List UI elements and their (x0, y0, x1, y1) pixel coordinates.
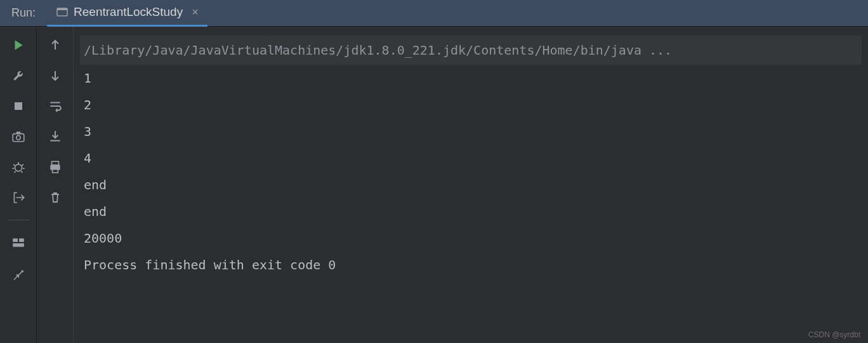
soft-wrap-icon[interactable] (46, 97, 65, 116)
application-icon (56, 6, 69, 18)
output-line: 3 (80, 118, 862, 145)
tab-title: ReentrantLockStudy (74, 5, 183, 19)
command-line: /Library/Java/JavaVirtualMachines/jdk1.8… (80, 36, 862, 65)
run-toolbar-primary (0, 27, 37, 343)
svg-rect-8 (19, 238, 24, 242)
output-line: 20000 (80, 225, 862, 252)
stop-button[interactable] (9, 97, 28, 116)
camera-icon[interactable] (9, 127, 28, 146)
svg-rect-7 (13, 238, 18, 242)
svg-rect-11 (50, 165, 60, 170)
exit-code-line: Process finished with exit code 0 (80, 252, 862, 278)
up-arrow-icon[interactable] (46, 36, 65, 55)
console-toolbar (37, 27, 74, 343)
scroll-to-end-icon[interactable] (46, 127, 65, 146)
run-label: Run: (0, 6, 47, 20)
svg-rect-5 (16, 131, 20, 133)
wrench-icon[interactable] (9, 66, 28, 85)
console-output[interactable]: /Library/Java/JavaVirtualMachines/jdk1.8… (74, 27, 868, 343)
svg-rect-1 (57, 8, 67, 10)
run-panel-header: Run: ReentrantLockStudy × (0, 0, 868, 27)
close-tab-icon[interactable]: × (188, 6, 199, 19)
pin-icon[interactable] (9, 264, 28, 283)
svg-rect-9 (13, 243, 24, 247)
layout-icon[interactable] (9, 233, 28, 252)
svg-rect-10 (51, 161, 58, 165)
bug-icon[interactable] (9, 158, 28, 177)
svg-point-4 (16, 135, 20, 140)
output-line: 4 (80, 145, 862, 172)
output-line: end (80, 172, 862, 198)
run-config-tab[interactable]: ReentrantLockStudy × (47, 0, 207, 27)
rerun-button[interactable] (9, 36, 28, 55)
svg-point-6 (15, 165, 22, 172)
output-line: end (80, 198, 862, 225)
exit-icon[interactable] (9, 188, 28, 207)
trash-icon[interactable] (46, 188, 65, 207)
toolbar-divider (8, 220, 29, 220)
svg-rect-3 (13, 134, 24, 142)
print-icon[interactable] (46, 158, 65, 177)
output-line: 2 (80, 91, 862, 118)
run-panel-content: /Library/Java/JavaVirtualMachines/jdk1.8… (0, 27, 868, 343)
output-line: 1 (80, 65, 862, 91)
down-arrow-icon[interactable] (46, 66, 65, 85)
watermark: CSDN @syrdbt (808, 330, 860, 339)
svg-rect-2 (15, 102, 22, 110)
